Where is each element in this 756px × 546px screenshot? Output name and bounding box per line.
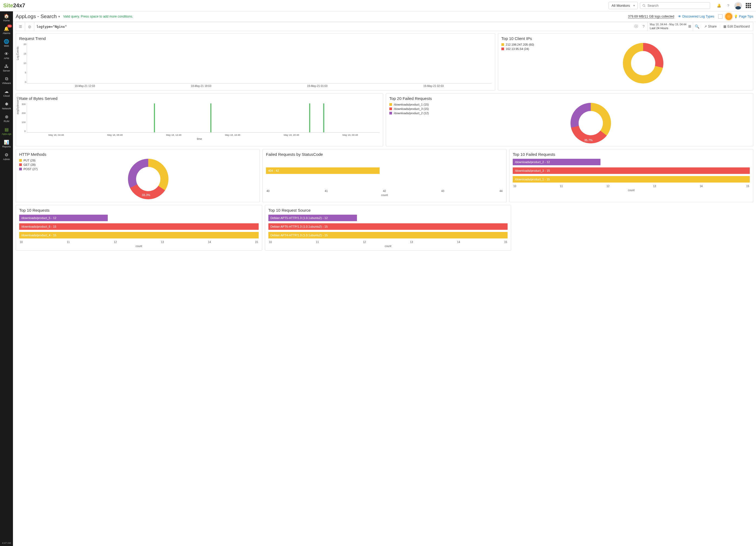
x-axis-ticks: 18-May-21 12:03 18-May-21 18:03 19-May-2…: [27, 85, 492, 87]
hbar: /downloads/product_5 - 12: [19, 215, 108, 221]
monitors-dropdown[interactable]: All Monitors: [609, 2, 638, 9]
notification-icon[interactable]: 🔔: [716, 3, 722, 9]
sidebar-item-label: AppLogs: [2, 133, 11, 135]
logo-p2: 24x7: [13, 2, 25, 8]
sidebar-item-label: Alarms: [3, 32, 10, 35]
card-http-methods: HTTP Methods PUT (29) GET (28) POST (27)…: [16, 149, 260, 202]
run-search-icon[interactable]: 🔍: [693, 24, 701, 29]
sidebar-item-label: RUM: [4, 120, 9, 123]
sidebar-item-rum[interactable]: ⊕RUM: [0, 112, 13, 125]
search-input[interactable]: [647, 4, 708, 8]
y-axis-label: avg(bytessent): [16, 97, 19, 114]
query-target-icon[interactable]: ◎: [25, 22, 34, 31]
binoculars-icon: 👁: [4, 52, 9, 56]
donut-chart: [623, 43, 663, 83]
swatch-icon: [389, 107, 392, 110]
donut-chart: 35.7%: [571, 103, 611, 143]
clear-query-icon[interactable]: ⓧ: [632, 24, 640, 29]
card-request-trend: Request Trend 20 15 10 5 0 Log Events: [16, 33, 495, 90]
legend: PUT (29) GET (28) POST (27): [19, 159, 38, 172]
sidebar-item-cloud[interactable]: ☁Cloud: [0, 87, 13, 99]
apps-icon[interactable]: [745, 3, 751, 9]
sidebar-item-network[interactable]: ✱Network: [0, 99, 13, 112]
swatch-icon: [19, 159, 22, 162]
sidebar-item-admin[interactable]: ⚙Admin: [0, 150, 13, 163]
x-axis-label: count: [266, 194, 503, 197]
svg-point-0: [643, 4, 645, 6]
gear-icon: ⚙: [5, 152, 8, 157]
query-valid-message: Valid query. Press space to add more con…: [63, 15, 133, 18]
donut-slice-label: 33.3%: [142, 193, 150, 197]
card-title: Top 10 Request Source: [268, 208, 508, 213]
x-axis-ticks: 10 11 12 13 14 15: [19, 241, 259, 244]
eye-icon: 👁: [678, 15, 681, 18]
vm-icon: ⧉: [5, 76, 8, 81]
x-axis-ticks: 10 11 12 13 14 15: [268, 241, 508, 244]
time-range-picker[interactable]: May 18, 04:44 - May 19, 04:44 Last 24 Ho…: [647, 22, 693, 31]
hbar: Debian APT6-HTTP/1.3 (1.0.1ubuntu2) - 15: [268, 223, 508, 230]
sidebar-item-label: APM: [4, 57, 9, 60]
subheader: AppLogs - Search ▼ Valid query. Press sp…: [13, 11, 756, 22]
hbar: Debian APT4-HTTP/1.3 (1.0.1ubuntu2) - 15: [268, 232, 508, 238]
query-input[interactable]: [34, 22, 632, 31]
swatch-icon: [501, 43, 504, 46]
edit-dashboard-button[interactable]: ▦Edit Dashboard: [720, 25, 753, 28]
y-axis-ticks: 300 200 100 0: [19, 103, 26, 133]
pin-icon[interactable]: [718, 14, 723, 19]
sidebar-item-label: Admin: [3, 158, 10, 161]
help-icon[interactable]: ?: [725, 3, 731, 9]
donut-chart: 33.3%: [128, 159, 168, 199]
x-axis-ticks: May 18, 04:48 May 18, 08:48 May 18, 12:4…: [27, 134, 380, 136]
sidebar-item-apm[interactable]: 👁APM: [0, 49, 13, 62]
sidebar-item-label: Web: [4, 45, 9, 47]
share-button[interactable]: ↗Share: [701, 25, 720, 28]
alarm-badge: 31: [7, 25, 12, 28]
swatch-icon: [19, 163, 22, 166]
sidebar-time: 4:47 AM: [0, 540, 13, 546]
card-title: HTTP Methods: [19, 152, 256, 157]
query-help-icon[interactable]: ?: [640, 24, 647, 29]
card-title: Top 10 Client IPs: [501, 36, 750, 41]
list-view-toggle[interactable]: ☰: [16, 22, 25, 31]
discovered-log-types-link[interactable]: 👁Discovered Log Types: [678, 15, 714, 18]
lightbulb-icon: 💡: [734, 15, 738, 18]
page-tips-link[interactable]: 💡Page Tips: [734, 15, 753, 18]
logs-usage[interactable]: 379.69 MB/11 GB logs collected: [628, 15, 674, 19]
sidebar-item-server[interactable]: 🖧Server: [0, 62, 13, 74]
y-axis-label: Log Events: [16, 46, 19, 60]
logo-p1: Site: [3, 2, 13, 8]
status-bar: 404 - 42: [266, 167, 380, 174]
home-icon: 🏠: [4, 14, 9, 19]
sidebar-item-home[interactable]: 🏠Home: [0, 11, 13, 24]
chart-icon: 📊: [4, 140, 9, 145]
hbar: /downloads/product_2 - 12: [513, 159, 600, 165]
search-icon: [642, 4, 646, 8]
chevron-down-icon[interactable]: ▼: [58, 15, 60, 18]
card-request-source: Top 10 Request Source Debian APT5-HTTP/1…: [265, 205, 511, 251]
highlight-badge-icon[interactable]: [725, 13, 732, 20]
hbar: /downloads/product_3 - 15: [513, 167, 750, 174]
share-icon: ↗: [704, 25, 707, 28]
sidebar-item-alarms[interactable]: 🔔31Alarms: [0, 24, 13, 37]
server-icon: 🖧: [4, 64, 9, 69]
cloud-icon: ☁: [4, 89, 9, 94]
swatch-icon: [389, 103, 392, 106]
svg-line-1: [644, 6, 645, 7]
sidebar-item-web[interactable]: 🌐Web: [0, 37, 13, 49]
x-axis-label: count: [513, 189, 750, 192]
card-failed-10: Top 10 Failed Requests /downloads/produc…: [509, 149, 753, 202]
sidebar-item-applogs[interactable]: ▤AppLogs: [0, 125, 13, 137]
sidebar-item-vmware[interactable]: ⧉VMware: [0, 74, 13, 87]
global-search[interactable]: [640, 2, 710, 9]
card-client-ips: Top 10 Client IPs 212.198.247.205 (60) 1…: [498, 33, 753, 90]
swatch-icon: [19, 168, 22, 170]
avatar[interactable]: [734, 2, 742, 9]
sidebar-item-reports[interactable]: 📊Reports: [0, 137, 13, 150]
querybar: ☰ ◎ ⓧ ? May 18, 04:44 - May 19, 04:44 La…: [16, 22, 753, 31]
swatch-icon: [389, 112, 392, 114]
card-title: Request Trend: [19, 36, 492, 41]
donut-slice-label: 35.7%: [584, 139, 593, 142]
logo[interactable]: Site24x7: [3, 2, 25, 9]
sidebar-item-label: VMware: [2, 82, 11, 85]
x-axis-ticks: 10 11 12 13 14 15: [513, 185, 750, 188]
